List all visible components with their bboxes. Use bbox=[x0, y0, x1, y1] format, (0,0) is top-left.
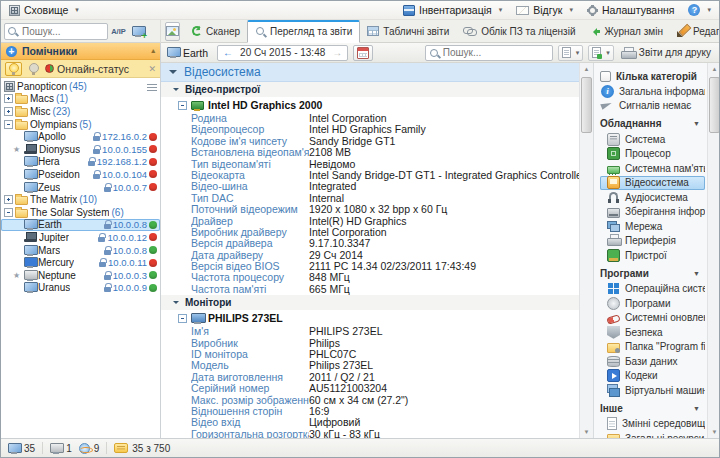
tree-device-zeus[interactable]: Zeus 10.0.0.7 bbox=[1, 181, 160, 194]
group-monitors[interactable]: Монітори bbox=[161, 295, 579, 310]
section-videosystem[interactable]: Відеосистема bbox=[161, 63, 579, 82]
scrollbar-thumb[interactable] bbox=[709, 77, 720, 133]
collapse-icon[interactable]: ▼ bbox=[693, 120, 705, 127]
category-processor[interactable]: Процесор bbox=[600, 147, 705, 162]
scroll-down-icon[interactable]: ▼ bbox=[580, 426, 593, 438]
property-label: Відео вхід bbox=[191, 417, 309, 428]
scroll-up-icon[interactable]: ▲ bbox=[708, 63, 720, 75]
export-report-button[interactable]: ▾ bbox=[588, 45, 614, 61]
category-security[interactable]: Безпека bbox=[600, 325, 705, 340]
category-network[interactable]: Мережа bbox=[600, 219, 705, 234]
feedback-menu[interactable]: Відгук ▾ bbox=[516, 4, 573, 16]
assistants-header[interactable]: Помічники ▴ bbox=[1, 43, 160, 60]
category-program-files[interactable]: Папка "Program files" bbox=[600, 340, 705, 355]
tree-device-earth[interactable]: Earth 10.0.0.8 bbox=[1, 219, 160, 232]
category-codecs[interactable]: Кодеки bbox=[600, 369, 705, 384]
settings-menu[interactable]: Налаштування bbox=[587, 4, 675, 16]
category-peripherals[interactable]: Периферія bbox=[600, 234, 705, 249]
tree-device-jupiter[interactable]: Jupiter 10.0.0.12 bbox=[1, 231, 160, 244]
device-header-philips[interactable]: PHILIPS 273EL bbox=[161, 310, 579, 326]
tab-table-reports[interactable]: Табличні звіти bbox=[360, 20, 456, 43]
tree-group-matrix[interactable]: The Matrix (10) bbox=[1, 193, 160, 206]
tab-scanner[interactable]: Сканер bbox=[185, 20, 247, 43]
scrollbar-thumb[interactable] bbox=[581, 77, 592, 133]
copy-report-button[interactable]: ▾ bbox=[558, 45, 584, 61]
category-programs[interactable]: Програми bbox=[600, 296, 705, 311]
multi-categories-toggle[interactable]: Кілька категорій bbox=[600, 69, 705, 84]
tree-device-neptune[interactable]: ★ Neptune 10.0.0.3 bbox=[1, 269, 160, 282]
group-video-devices[interactable]: Відео-пристрої bbox=[161, 82, 579, 97]
category-videosystem[interactable]: Відеосистема bbox=[600, 176, 705, 191]
tree-root-panopticon[interactable]: Panopticon (45) bbox=[1, 80, 160, 93]
help-menu[interactable]: ▾ bbox=[688, 4, 711, 16]
tree-view-options-icon[interactable] bbox=[147, 83, 157, 91]
tab-software-licenses[interactable]: Облік ПЗ та ліцензій bbox=[456, 20, 582, 43]
lock-icon bbox=[93, 145, 100, 154]
scroll-up-icon[interactable]: ▲ bbox=[580, 63, 593, 75]
prev-snapshot-button[interactable]: ← bbox=[223, 47, 233, 58]
collapse-icon[interactable] bbox=[4, 208, 13, 217]
category-general-info[interactable]: Загальна інформація bbox=[600, 84, 705, 99]
tree-group-misc[interactable]: Misc (23) bbox=[1, 105, 160, 118]
tree-device-apollo[interactable]: Apollo 172.16.0.2 bbox=[1, 130, 160, 143]
add-device-button[interactable]: + bbox=[129, 23, 146, 40]
tree-device-dionysus[interactable]: ★ Dionysus 10.0.0.155 bbox=[1, 143, 160, 156]
collapse-icon[interactable] bbox=[178, 101, 187, 110]
tab-view-reports[interactable]: Перегляд та звіти bbox=[247, 20, 360, 43]
storage-menu[interactable]: Сховище ▾ bbox=[9, 4, 79, 16]
bulb-on-button[interactable] bbox=[5, 62, 22, 76]
category-audiosystem[interactable]: Аудіосистема bbox=[600, 190, 705, 205]
tree-device-poseidon[interactable]: Poseidon 10.0.0.104 bbox=[1, 168, 160, 181]
checkbox-icon[interactable] bbox=[600, 71, 611, 82]
tree-device-hera[interactable]: Hera 192.168.1.2 bbox=[1, 156, 160, 169]
collapse-icon[interactable] bbox=[4, 120, 13, 129]
section-software[interactable]: Програми ▼ bbox=[600, 265, 705, 282]
category-os[interactable]: Операційна система bbox=[600, 282, 705, 297]
scroll-down-icon[interactable]: ▼ bbox=[708, 426, 720, 438]
report-search-input[interactable] bbox=[425, 45, 553, 61]
category-env-variables[interactable]: Змінні середовища bbox=[600, 417, 705, 432]
add-assistant-icon[interactable] bbox=[6, 46, 17, 57]
tree-device-mercury[interactable]: Mercury 10.0.0.11 bbox=[1, 256, 160, 269]
collapse-icon[interactable]: ▼ bbox=[693, 270, 705, 277]
tab-changelog[interactable]: Журнал змін bbox=[582, 20, 669, 43]
next-snapshot-button[interactable]: → bbox=[332, 47, 342, 58]
section-other[interactable]: Інше ▼ bbox=[600, 400, 705, 417]
inventory-menu[interactable]: Інвентаризація ▾ bbox=[403, 4, 502, 16]
category-shared-resources[interactable]: Загальні ресурси bbox=[600, 431, 705, 438]
close-icon[interactable]: ✕ bbox=[148, 64, 156, 74]
category-databases[interactable]: Бази даних bbox=[600, 354, 705, 369]
tree-group-macs[interactable]: Macs (1) bbox=[1, 93, 160, 106]
category-storage[interactable]: Зберігання інформації bbox=[600, 205, 705, 220]
collapse-icon[interactable]: ▴ bbox=[151, 47, 155, 55]
calendar-button[interactable] bbox=[353, 45, 373, 61]
category-updates[interactable]: Системні оновлення bbox=[600, 311, 705, 326]
device-header-intel-hd[interactable]: Intel HD Graphics 2000 bbox=[161, 97, 579, 113]
snapshot-viewer-button[interactable] bbox=[165, 22, 180, 41]
tree-group-solar-system[interactable]: The Solar System (6) bbox=[1, 206, 160, 219]
sort-by-name-ip-button[interactable]: A/IP bbox=[110, 23, 127, 40]
bulb-off-button[interactable] bbox=[25, 62, 42, 76]
content-scrollbar[interactable]: ▲ ▼ bbox=[579, 63, 593, 438]
category-alerts[interactable]: Сигналів немає bbox=[600, 99, 705, 114]
property-value: 2108 MB bbox=[309, 147, 579, 158]
expand-icon[interactable] bbox=[4, 94, 13, 103]
section-hardware[interactable]: Обладнання ▼ bbox=[600, 115, 705, 132]
expand-icon[interactable] bbox=[4, 195, 13, 204]
print-reports-button[interactable]: Звіти для друку bbox=[619, 47, 713, 58]
category-scrollbar[interactable]: ▲ ▼ bbox=[707, 63, 720, 438]
category-virtual-machines[interactable]: Віртуальні машини bbox=[600, 383, 705, 398]
category-label: Процесор bbox=[625, 148, 671, 159]
category-devices[interactable]: Пристрої bbox=[600, 248, 705, 263]
collapse-icon[interactable]: ▼ bbox=[693, 405, 705, 412]
tree-group-olympians[interactable]: Olympians (5) bbox=[1, 118, 160, 131]
expand-icon[interactable] bbox=[4, 107, 13, 116]
tree-device-uranus[interactable]: Uranus 10.0.0.9 bbox=[1, 282, 160, 295]
tree-device-mars[interactable]: Mars 10.0.0.8 bbox=[1, 244, 160, 257]
collapse-icon[interactable] bbox=[178, 314, 187, 323]
category-system[interactable]: Система bbox=[600, 132, 705, 147]
property-table: Ім'я PHILIPS 273EL Виробник Philips ID м… bbox=[161, 326, 579, 438]
tree-search-input[interactable] bbox=[4, 23, 108, 40]
menu-edit[interactable]: Редагування ▾ bbox=[670, 20, 720, 43]
category-memory[interactable]: Системна пам'ять bbox=[600, 161, 705, 176]
